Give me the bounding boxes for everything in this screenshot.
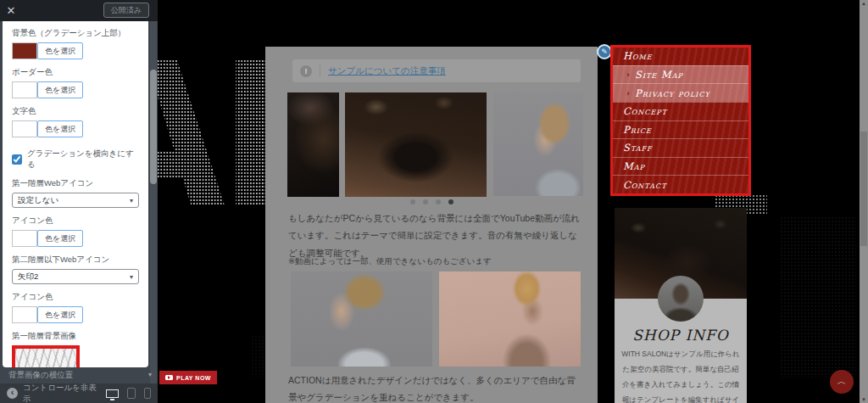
info-icon: ! [300, 65, 312, 77]
color-swatch-border[interactable] [12, 81, 37, 98]
close-icon[interactable]: ✕ [0, 4, 22, 17]
menu-item-label: Home [623, 50, 653, 62]
scroll-up-icon[interactable]: ▲ [860, 1, 868, 6]
shop-info-widget: SHOP INFO WITH SALONはサンプル用に作られた架空の美容院です。… [615, 208, 747, 403]
menu-item-price[interactable]: Price [613, 120, 748, 139]
notice-bar: ! サンプルについての注意事項 [292, 59, 581, 82]
menu-item-privacy-policy[interactable]: › Privacy policy [613, 83, 748, 102]
video-note: ※動画によっては一部、使用できないものもございます [288, 255, 581, 266]
color-swatch-text[interactable] [12, 120, 37, 137]
chevron-down-icon: ▾ [130, 273, 133, 281]
level1-web-icon-select[interactable]: 設定しない ▾ [12, 193, 139, 208]
hide-controls-label[interactable]: コントロールを非表示 [23, 383, 101, 403]
publish-button[interactable]: 公開済み [103, 3, 149, 18]
menu-item-label: Price [623, 124, 652, 136]
select-color-button[interactable]: 色を選択 [37, 230, 83, 247]
menu-item-label: Privacy policy [635, 87, 710, 99]
arrow-icon: › [626, 88, 631, 98]
arrow-icon: › [626, 70, 631, 79]
phone-preview-icon[interactable] [144, 388, 151, 399]
controls-panel: 背景色（グラデーション上部） 色を選択 ボーダー色 色を選択 文字色 色を選択 … [3, 21, 148, 367]
level1-bg-image-label: 第一階層背景画像 [12, 331, 139, 342]
play-now-label: PLAY NOW [176, 375, 211, 381]
border-color-label: ボーダー色 [12, 67, 139, 78]
carousel-slide-current[interactable] [345, 92, 487, 197]
screenshot-root: ART PLAY NOW ! サンプルについての注意事項 もしあなたがPCから見… [0, 0, 868, 403]
color-swatch-bg-top[interactable] [12, 42, 37, 59]
background-image-thumbnail[interactable] [12, 345, 80, 367]
video-paragraph: もしあなたがPCから見ているのなら背景には全面でYouTube動画が流れています… [288, 210, 581, 261]
text-color-label: 文字色 [12, 106, 139, 117]
carousel-dots [265, 199, 598, 204]
hairstyle-photo-right [439, 271, 581, 367]
level2-web-icon-select[interactable]: 矢印2 ▾ [12, 269, 139, 284]
color-swatch-icon1[interactable] [12, 230, 37, 247]
browser-scrollbar[interactable]: ▲ ▼ [860, 0, 868, 403]
back-to-top-button[interactable]: ︿ [830, 370, 854, 394]
sample-notice-link[interactable]: サンプルについての注意事項 [328, 65, 446, 77]
menu-item-site-map[interactable]: › Site Map [613, 65, 748, 84]
bg-image-position-row: 背景画像の横位置 ▾ [0, 367, 158, 383]
youtube-icon [165, 375, 173, 380]
halftone-decoration [780, 216, 856, 378]
select-color-button[interactable]: 色を選択 [37, 306, 83, 323]
menu-item-label: Site Map [635, 69, 683, 81]
divider [320, 64, 320, 77]
carousel-slide-next[interactable] [493, 92, 583, 196]
scroll-down-icon[interactable]: ▼ [860, 397, 868, 402]
menu-item-home[interactable]: Home [613, 48, 748, 65]
action-paragraph: ACTIONは用意されたデザインだけではなく、多くのエリアで自由な背景やグラデー… [288, 372, 581, 403]
play-now-badge[interactable]: PLAY NOW [159, 371, 217, 384]
carousel-dot-1[interactable] [410, 199, 415, 204]
select-color-button[interactable]: 色を選択 [37, 42, 83, 59]
icon-color-label: アイコン色 [12, 215, 139, 227]
level2-web-icon-label: 第二階層以下Webアイコン [12, 255, 139, 266]
collapse-controls-icon[interactable]: ‹ [7, 388, 18, 399]
chevron-up-icon: ︿ [837, 376, 847, 386]
site-menu: Home › Site Map › Privacy policy Concept… [610, 45, 751, 196]
carousel-dot-3[interactable] [436, 199, 441, 204]
level1-web-icon-label: 第一階層Webアイコン [12, 178, 139, 189]
select-color-button[interactable]: 色を選択 [37, 81, 83, 98]
carousel-dot-2[interactable] [423, 199, 428, 204]
menu-item-staff[interactable]: Staff [613, 138, 748, 157]
icon-color-label: アイコン色 [12, 292, 139, 303]
carousel-dot-4[interactable] [448, 199, 453, 204]
menu-item-label: Contact [623, 179, 667, 191]
menu-item-label: Concept [623, 105, 667, 117]
bg-color-top-label: 背景色（グラデーション上部） [12, 28, 139, 39]
chevron-down-icon: ▾ [130, 197, 133, 204]
tablet-preview-icon[interactable] [127, 388, 136, 399]
sidebar-scrollbar-thumb[interactable] [150, 70, 157, 184]
menu-item-contact[interactable]: Contact [613, 175, 748, 193]
menu-item-map[interactable]: Map [613, 157, 748, 176]
customizer-sidebar: ✕ 公開済み 背景色（グラデーション上部） 色を選択 ボーダー色 色を選択 文字… [0, 0, 158, 403]
customizer-footer: ‹ コントロールを非表示 [0, 383, 158, 403]
desktop-preview-icon[interactable] [106, 389, 119, 398]
shop-info-description: WITH SALONはサンプル用に作られた架空の美容院です。簡単な自己紹介を書き… [621, 347, 740, 403]
shop-info-title: SHOP INFO [615, 327, 747, 344]
browser-scrollbar-thumb[interactable] [860, 132, 867, 246]
carousel-slide-prev[interactable] [287, 92, 339, 197]
menu-item-label: Staff [623, 142, 653, 154]
gradient-horizontal-checkbox[interactable] [12, 154, 22, 165]
site-preview: ART PLAY NOW ! サンプルについての注意事項 もしあなたがPCから見… [158, 0, 860, 403]
content-column: ! サンプルについての注意事項 もしあなたがPCから見ているのなら背景には全面で… [265, 47, 598, 403]
menu-item-label: Map [623, 160, 645, 172]
select-color-button[interactable]: 色を選択 [37, 120, 83, 137]
chevron-down-icon[interactable]: ▾ [148, 371, 152, 378]
customizer-header: ✕ 公開済み [0, 0, 158, 21]
gradient-horizontal-label: グラデーションを横向きにする [27, 148, 139, 171]
bg-image-position-label: 背景画像の横位置 [8, 370, 73, 381]
color-swatch-icon2[interactable] [12, 306, 37, 323]
avatar [658, 276, 704, 322]
hairstyle-photo-left [291, 271, 432, 367]
menu-item-concept[interactable]: Concept [613, 102, 748, 120]
